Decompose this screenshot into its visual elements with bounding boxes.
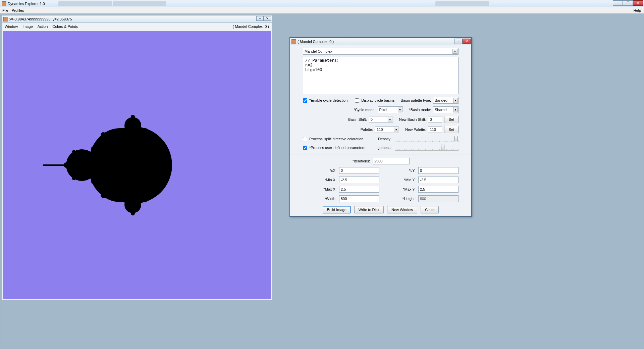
svg-point-2 (88, 128, 152, 202)
menu-action[interactable]: Action (38, 24, 48, 29)
maxx-label: *Max X: (303, 187, 336, 191)
iterations-input[interactable] (373, 158, 410, 164)
main-menubar: File Profiles Help (0, 7, 644, 14)
set-palette-button[interactable]: Set (444, 126, 459, 133)
basin-shift-label: Basin Shift: (348, 117, 367, 121)
menu-image[interactable]: Image (22, 24, 33, 29)
svg-point-21 (118, 198, 122, 202)
minx-input[interactable] (339, 177, 379, 183)
svg-point-12 (101, 132, 106, 138)
image-window-titlebar[interactable]: x=-0.9843749999999998; y=2.359375 ─ ✕ (2, 15, 272, 23)
write-to-disk-button[interactable]: Write to Disk (354, 206, 384, 213)
svg-point-22 (72, 150, 75, 153)
maxx-input[interactable] (339, 186, 379, 193)
new-basin-shift-input[interactable] (428, 116, 442, 123)
svg-point-16 (161, 152, 166, 157)
svg-point-5 (131, 115, 135, 119)
minimize-button[interactable]: ─ (613, 0, 623, 6)
display-basins-label: Display cycle basins (361, 98, 394, 102)
new-palette-input[interactable] (428, 126, 442, 133)
chevron-down-icon: ▼ (398, 107, 402, 112)
app-title: Dynamics Explorer 1.0 (8, 2, 45, 6)
density-slider[interactable] (395, 136, 459, 142)
basin-mode-select[interactable]: Shared ▼ (433, 106, 459, 113)
palette-label: Palette: (361, 128, 373, 132)
svg-point-6 (124, 196, 141, 213)
close-button[interactable]: ✕ (633, 0, 643, 6)
window-icon (291, 39, 296, 44)
maximize-button[interactable]: ☐ (623, 0, 633, 6)
cycle-mode-label: *Cycle mode: (354, 108, 375, 112)
svg-point-4 (124, 117, 141, 134)
image-doc-label: ( Mandel Complex: 0 ) (233, 24, 269, 29)
svg-rect-8 (43, 164, 66, 166)
fractal-type-select[interactable]: Mandel Complex ▼ (303, 48, 459, 55)
dialog-minimize-button[interactable]: ─ (454, 39, 463, 44)
chevron-down-icon: ▼ (453, 107, 458, 112)
dialog-close-button[interactable]: ✕ (463, 39, 471, 44)
fractal-type-value: Mandel Complex (305, 49, 332, 53)
height-label: *Height: (382, 197, 416, 201)
dialog-title: ( Mandel Complex: 0 ) (298, 40, 334, 44)
basin-shift-select[interactable]: 0 ▼ (369, 116, 393, 123)
miny-input[interactable] (418, 177, 459, 183)
mdi-workspace: x=-0.9843749999999998; y=2.359375 ─ ✕ Wi… (0, 14, 644, 349)
svg-point-7 (131, 211, 135, 215)
new-window-button[interactable]: New Window (387, 206, 417, 213)
main-titlebar: Dynamics Explorer 1.0 ─ ☐ ✕ (0, 0, 644, 7)
miny-label: *Min Y: (382, 178, 416, 182)
close-dialog-button[interactable]: Close (421, 206, 439, 213)
menu-colors[interactable]: Colors & Points (52, 24, 78, 29)
svg-point-19 (143, 198, 147, 202)
image-close-button[interactable]: ✕ (264, 16, 271, 21)
maxy-label: *Max Y: (382, 187, 416, 191)
new-basin-shift-label: New Basin Shift: (399, 117, 426, 121)
dialog-titlebar[interactable]: ( Mandel Complex: 0 ) ─ ✕ (290, 38, 471, 45)
parameters-textarea[interactable]: // Parameters: n=2 big=100 (303, 57, 459, 94)
maxy-input[interactable] (418, 186, 459, 193)
settings-dialog: ( Mandel Complex: 0 ) ─ ✕ Mandel Complex… (289, 37, 472, 217)
lightness-slider[interactable] (395, 145, 459, 151)
menu-help[interactable]: Help (633, 8, 641, 12)
image-window: x=-0.9843749999999998; y=2.359375 ─ ✕ Wi… (2, 15, 272, 300)
svg-point-15 (91, 180, 95, 184)
cycle-mode-select[interactable]: Pixel ▼ (378, 106, 403, 113)
image-window-title: x=-0.9843749999999998; y=2.359375 (9, 17, 72, 21)
width-label: *Width: (303, 197, 336, 201)
split-checkbox[interactable] (303, 137, 307, 141)
image-window-menu: Window Image Action Colors & Points ( Ma… (2, 23, 272, 30)
userparams-label: *Process user-defined parameters (309, 146, 365, 150)
userparams-checkbox[interactable] (303, 146, 307, 150)
svg-point-9 (64, 162, 69, 168)
cy-input[interactable] (418, 167, 459, 174)
basin-mode-label: *Basin mode: (409, 108, 431, 112)
svg-point-11 (153, 189, 160, 195)
svg-point-17 (161, 173, 166, 178)
iterations-label: *Iterations: (303, 159, 370, 163)
svg-point-10 (153, 135, 160, 142)
svg-point-23 (72, 177, 75, 180)
menu-window[interactable]: Window (5, 24, 18, 29)
app-icon (2, 1, 6, 6)
image-minimize-button[interactable]: ─ (256, 16, 264, 21)
enable-cycle-label: *Enable cycle detection (309, 98, 347, 102)
cx-input[interactable] (339, 167, 379, 174)
lightness-label: Lightness: (375, 146, 391, 150)
width-input[interactable] (339, 195, 379, 202)
enable-cycle-checkbox[interactable] (303, 98, 307, 103)
basin-palette-type-select[interactable]: Banded ▼ (433, 97, 459, 104)
split-label: Process 'split' directive coloration (309, 137, 363, 141)
menu-file[interactable]: File (2, 8, 8, 12)
fractal-canvas[interactable] (3, 31, 271, 299)
palette-select[interactable]: 110 ▼ (375, 126, 399, 133)
height-input (418, 195, 459, 202)
taskbar-thumbs (58, 1, 489, 6)
set-basin-shift-button[interactable]: Set (444, 116, 459, 123)
svg-point-14 (91, 146, 95, 150)
minx-label: *Min X: (303, 178, 336, 182)
svg-point-3 (66, 149, 98, 181)
build-image-button[interactable]: Build Image (323, 206, 351, 213)
menu-profiles[interactable]: Profiles (12, 8, 24, 12)
display-basins-checkbox[interactable] (355, 98, 359, 103)
new-palette-label: New Palette: (405, 128, 426, 132)
